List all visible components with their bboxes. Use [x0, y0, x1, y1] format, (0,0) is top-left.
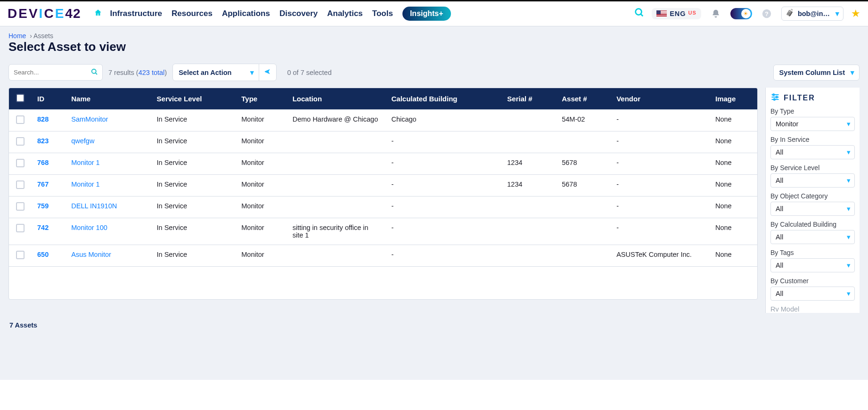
- logo[interactable]: DEVICE42: [8, 6, 81, 21]
- nav-resources[interactable]: Resources: [172, 9, 213, 18]
- svg-point-11: [774, 98, 775, 100]
- cell-type: Monitor: [236, 245, 287, 267]
- action-select[interactable]: Select an Action: [172, 64, 277, 81]
- filter-label: By Calculated Building: [770, 221, 855, 228]
- filter-select[interactable]: All: [770, 287, 855, 301]
- col-asset[interactable]: Asset #: [556, 88, 611, 110]
- user-menu[interactable]: bob@in…: [781, 7, 843, 21]
- cell-location: [287, 175, 386, 197]
- filter-select[interactable]: All: [770, 145, 855, 159]
- asset-id-link[interactable]: 650: [37, 251, 49, 258]
- row-checkbox[interactable]: [16, 159, 25, 167]
- asset-name-link[interactable]: DELL IN1910N: [71, 202, 117, 210]
- row-checkbox[interactable]: [16, 180, 25, 189]
- cell-asset: 5678: [556, 153, 611, 175]
- cell-image: None: [710, 197, 757, 218]
- asset-name-link[interactable]: Monitor 100: [71, 224, 107, 231]
- nav-tools[interactable]: Tools: [372, 9, 393, 18]
- help-icon[interactable]: ?: [760, 7, 774, 21]
- filter-label: By Type: [770, 107, 855, 115]
- search-icon[interactable]: [90, 67, 98, 77]
- cell-service: In Service: [151, 197, 236, 218]
- cell-service: In Service: [151, 131, 236, 153]
- col-vendor[interactable]: Vendor: [611, 88, 710, 110]
- cell-location: [287, 197, 386, 218]
- asset-name-link[interactable]: Monitor 1: [71, 159, 99, 166]
- cell-service: In Service: [151, 153, 236, 175]
- table-row: 742 Monitor 100 In Service Monitor sitti…: [9, 218, 757, 245]
- home-icon[interactable]: [94, 8, 102, 19]
- global-search-icon[interactable]: [634, 7, 644, 20]
- favorite-star-icon[interactable]: ★: [851, 8, 860, 20]
- row-checkbox[interactable]: [16, 202, 25, 211]
- table-row: 767 Monitor 1 In Service Monitor - 1234 …: [9, 175, 757, 197]
- col-name[interactable]: Name: [66, 88, 151, 110]
- asset-id-link[interactable]: 742: [37, 224, 49, 231]
- results-count: 7 results (423 total): [108, 69, 167, 76]
- asset-name-link[interactable]: Asus Monitor: [71, 251, 111, 258]
- asset-name-link[interactable]: SamMonitor: [71, 115, 108, 123]
- cell-service: In Service: [151, 245, 236, 267]
- row-checkbox[interactable]: [16, 137, 25, 146]
- cell-image: None: [710, 218, 757, 245]
- filter-select[interactable]: All: [770, 230, 855, 244]
- action-go-button[interactable]: [259, 64, 276, 81]
- bell-icon[interactable]: [709, 7, 723, 21]
- cell-serial: 1234: [501, 153, 556, 175]
- select-all-checkbox[interactable]: [16, 94, 25, 102]
- lang-sub: US: [688, 10, 696, 16]
- col-serial[interactable]: Serial #: [501, 88, 556, 110]
- nav-discovery[interactable]: Discovery: [279, 9, 318, 18]
- asset-id-link[interactable]: 768: [37, 159, 49, 166]
- cell-type: Monitor: [236, 131, 287, 153]
- nav-infrastructure[interactable]: Infrastructure: [110, 9, 162, 18]
- cell-image: None: [710, 245, 757, 267]
- asset-name-link[interactable]: qwefgw: [71, 137, 94, 145]
- user-name: bob@in…: [798, 10, 830, 17]
- cell-serial: [501, 245, 556, 267]
- toolbar: 7 results (423 total) Select an Action 0…: [0, 61, 868, 84]
- column-list-select[interactable]: System Column List: [773, 65, 860, 81]
- col-id[interactable]: ID: [32, 88, 66, 110]
- cell-type: Monitor: [236, 153, 287, 175]
- col-type[interactable]: Type: [236, 88, 287, 110]
- cell-building: -: [385, 218, 501, 245]
- col-service-level[interactable]: Service Level: [151, 88, 236, 110]
- main-nav: Infrastructure Resources Applications Di…: [110, 7, 450, 21]
- results-total-link[interactable]: 423 total: [139, 69, 165, 76]
- cell-location: [287, 153, 386, 175]
- asset-name-link[interactable]: Monitor 1: [71, 180, 99, 188]
- filter-select[interactable]: All: [770, 258, 855, 272]
- cell-building: -: [385, 245, 501, 267]
- col-image[interactable]: Image: [710, 88, 757, 110]
- asset-id-link[interactable]: 828: [37, 115, 49, 123]
- row-checkbox[interactable]: [16, 224, 25, 232]
- nav-applications[interactable]: Applications: [222, 9, 270, 18]
- svg-point-0: [636, 9, 642, 15]
- col-building[interactable]: Calculated Building: [385, 88, 501, 110]
- row-checkbox[interactable]: [16, 251, 25, 259]
- search-box[interactable]: [8, 64, 103, 81]
- breadcrumb-home[interactable]: Home: [8, 32, 26, 40]
- nav-analytics[interactable]: Analytics: [327, 9, 363, 18]
- theme-toggle[interactable]: [730, 8, 752, 19]
- cell-image: None: [710, 153, 757, 175]
- col-location[interactable]: Location: [287, 88, 386, 110]
- language-selector[interactable]: ENG US: [652, 8, 701, 19]
- filter-select[interactable]: All: [770, 202, 855, 216]
- cell-vendor: -: [611, 175, 710, 197]
- svg-point-7: [773, 94, 774, 95]
- insights-button[interactable]: Insights+: [402, 7, 451, 21]
- asset-id-link[interactable]: 823: [37, 137, 49, 145]
- cell-location: Demo Hardware @ Chicago: [287, 110, 386, 131]
- search-input[interactable]: [13, 68, 83, 76]
- cell-image: None: [710, 131, 757, 153]
- action-select-label[interactable]: Select an Action: [173, 65, 259, 80]
- asset-id-link[interactable]: 767: [37, 180, 49, 188]
- filter-select[interactable]: All: [770, 173, 855, 188]
- row-checkbox[interactable]: [16, 115, 25, 124]
- filter-title: FILTER: [784, 94, 815, 102]
- svg-text:?: ?: [765, 10, 769, 17]
- filter-select[interactable]: Monitor: [770, 117, 855, 131]
- asset-id-link[interactable]: 759: [37, 202, 49, 210]
